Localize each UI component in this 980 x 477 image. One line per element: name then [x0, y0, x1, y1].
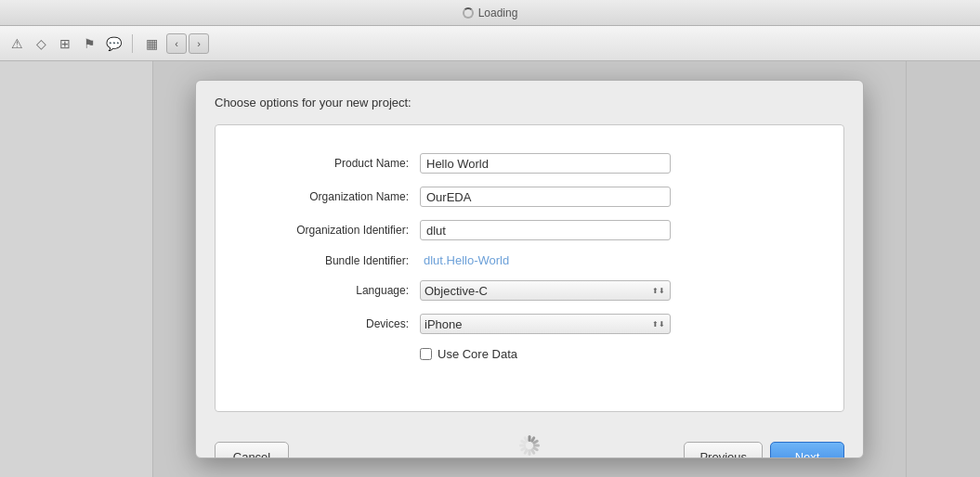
svg-rect-9 [519, 445, 526, 447]
cancel-button[interactable]: Cancel [215, 442, 289, 458]
comment-icon[interactable]: 💬 [104, 34, 123, 53]
bundle-id-value: dlut.Hello-World [420, 253, 509, 267]
devices-select[interactable]: iPhone iPad Universal [420, 314, 671, 334]
core-data-label: Use Core Data [438, 347, 517, 361]
form-panel: Product Name: Organization Name: Organiz… [215, 124, 844, 412]
forward-button[interactable]: › [189, 33, 209, 54]
language-select[interactable]: Objective-C Swift [420, 280, 671, 301]
bundle-id-label: Bundle Identifier: [234, 254, 420, 267]
bundle-id-row: Bundle Identifier: dlut.Hello-World [234, 253, 825, 267]
org-id-row: Organization Identifier: [234, 220, 825, 240]
devices-label: Devices: [234, 317, 420, 330]
core-data-row: Use Core Data [420, 347, 825, 361]
toolbar: ⚠ ◇ ⊞ ⚑ 💬 ▦ ‹ › [0, 26, 980, 61]
warning-icon[interactable]: ⚠ [7, 34, 26, 53]
toolbar-nav: ‹ › [166, 33, 209, 54]
org-name-label: Organization Name: [234, 190, 420, 203]
next-button[interactable]: Next [770, 442, 844, 458]
org-id-label: Organization Identifier: [234, 224, 420, 237]
org-name-row: Organization Name: [234, 187, 825, 207]
devices-select-wrapper: iPhone iPad Universal [420, 314, 671, 334]
sidebar [0, 61, 153, 477]
back-button[interactable]: ‹ [166, 33, 187, 54]
org-name-input[interactable] [420, 187, 671, 207]
new-project-dialog: Choose options for your new project: Pro… [195, 80, 864, 458]
loading-spinner-icon [463, 7, 474, 19]
previous-button[interactable]: Previous [684, 442, 763, 458]
spinner-svg [519, 435, 540, 456]
product-name-row: Product Name: [234, 153, 825, 174]
dialog-header: Choose options for your new project: [196, 81, 863, 117]
bottom-loading-spinner [519, 435, 540, 458]
dialog-title: Choose options for your new project: [215, 96, 844, 110]
title-bar-content: Loading [463, 6, 518, 19]
pin-icon[interactable]: ◇ [32, 34, 50, 53]
title-bar: Loading [0, 0, 980, 26]
devices-row: Devices: iPhone iPad Universal [234, 314, 825, 334]
product-name-input[interactable] [420, 153, 671, 174]
grid-icon[interactable]: ⊞ [56, 34, 74, 53]
language-select-wrapper: Objective-C Swift [420, 280, 671, 301]
svg-rect-0 [529, 435, 531, 442]
right-panel [906, 61, 980, 477]
language-row: Language: Objective-C Swift [234, 280, 825, 301]
main-area: Choose options for your new project: Pro… [0, 61, 980, 477]
svg-rect-6 [529, 449, 531, 456]
nav-button-group: Previous Next [684, 442, 844, 458]
dialog-body: Product Name: Organization Name: Organiz… [196, 117, 863, 431]
core-data-checkbox[interactable] [420, 348, 432, 360]
dialog-area: Choose options for your new project: Pro… [153, 61, 906, 477]
toolbar-separator-1 [132, 34, 133, 53]
language-label: Language: [234, 284, 420, 297]
layout-icon[interactable]: ▦ [142, 34, 161, 53]
org-id-input[interactable] [420, 220, 671, 240]
svg-rect-3 [533, 445, 540, 447]
flag-icon[interactable]: ⚑ [80, 34, 98, 53]
title-bar-label: Loading [478, 6, 518, 19]
product-name-label: Product Name: [234, 157, 420, 170]
